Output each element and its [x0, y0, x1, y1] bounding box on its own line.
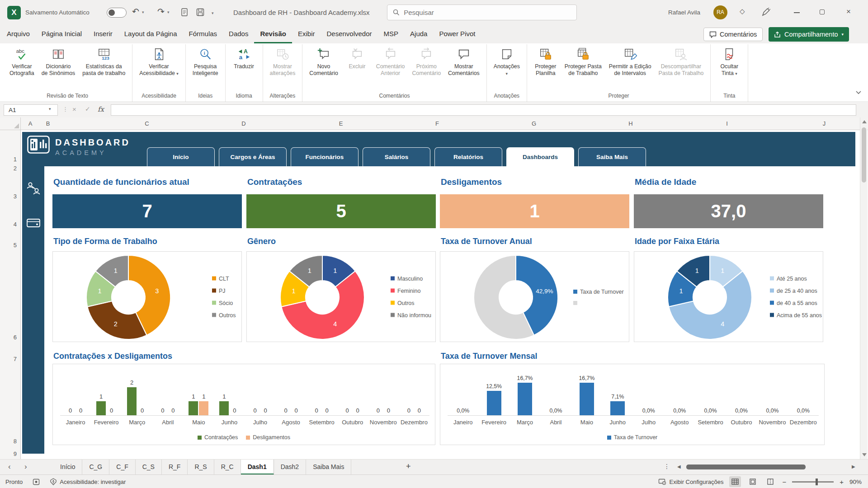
vertical-scrollbar[interactable]: [860, 117, 868, 459]
menu-tab-desenvolvedor[interactable]: Desenvolvedor: [321, 25, 377, 43]
column-header-B[interactable]: B: [46, 120, 50, 127]
sheet-tab-inicio[interactable]: Início: [53, 460, 82, 475]
scroll-down-icon[interactable]: [862, 453, 867, 456]
hscroll-right-icon[interactable]: ▶: [852, 464, 855, 469]
column-header-F[interactable]: F: [435, 120, 439, 127]
insert-function-icon[interactable]: fx: [98, 105, 104, 113]
row-header-5[interactable]: 5: [14, 242, 17, 249]
view-normal-button[interactable]: [729, 476, 741, 487]
sheet-tab-dash2[interactable]: Dash2: [274, 460, 306, 475]
formula-input[interactable]: [111, 104, 856, 116]
sheet-tab-c-g[interactable]: C_G: [82, 460, 109, 475]
display-settings-button[interactable]: Exibir Configurações: [658, 479, 723, 485]
macro-record-icon[interactable]: [33, 479, 40, 485]
redo-button[interactable]: ↷: [157, 6, 165, 17]
view-page-break-button[interactable]: [764, 476, 776, 487]
menu-tab-pagina-inicial[interactable]: Página Inicial: [36, 25, 88, 43]
formula-bar-handle[interactable]: ⋮: [62, 106, 68, 113]
comments-button[interactable]: Comentários: [703, 28, 763, 41]
horizontal-scroll-thumb[interactable]: [686, 465, 806, 469]
zoom-in-button[interactable]: +: [840, 478, 844, 486]
row-header-4[interactable]: 4: [14, 221, 17, 228]
employees-icon[interactable]: [26, 181, 41, 196]
autosave-toggle[interactable]: [107, 8, 127, 18]
accessibility-status[interactable]: Acessibilidade: investigar: [60, 479, 126, 485]
user-name[interactable]: Rafael Avila: [668, 9, 700, 16]
sheet-tab-r-c[interactable]: R_C: [214, 460, 241, 475]
qat-customize-caret-icon[interactable]: ▾: [212, 11, 214, 15]
ribbon-button-proteger-planilha[interactable]: ProtegerPlanilha: [531, 44, 561, 90]
column-headers[interactable]: ABCDEFGHIJ: [0, 117, 868, 130]
row-headers[interactable]: 123456789: [0, 130, 21, 459]
excel-app-icon[interactable]: X: [7, 6, 21, 19]
row-header-9[interactable]: 9: [14, 450, 17, 457]
column-header-H[interactable]: H: [628, 120, 632, 127]
sheet-tab-dash1[interactable]: Dash1: [241, 460, 274, 475]
ribbon-button-proteger-pasta-de-trabalho[interactable]: Proteger Pastade Trabalho: [561, 44, 605, 90]
row-header-2[interactable]: 2: [14, 165, 17, 172]
dash-nav-tab-saiba-mais[interactable]: Saiba Mais: [578, 147, 646, 166]
column-header-A[interactable]: A: [28, 120, 33, 127]
zoom-level[interactable]: 90%: [849, 479, 862, 485]
hscroll-left-icon[interactable]: ◀: [677, 464, 681, 469]
ribbon-button-traduzir[interactable]: Traduzir: [229, 44, 259, 90]
sheet-tab-r-s[interactable]: R_S: [188, 460, 214, 475]
dash-nav-tab-relatorios[interactable]: Relatórios: [434, 147, 502, 166]
menu-tab-layout-da-pagina[interactable]: Layout da Página: [118, 25, 183, 43]
zoom-out-button[interactable]: −: [782, 478, 786, 486]
column-header-D[interactable]: D: [241, 120, 245, 127]
dash-nav-tab-funcionarios[interactable]: Funcionários: [291, 147, 359, 166]
ribbon-button-estatisticas-da-pasta-de-trabalho[interactable]: Estatísticas dapasta de trabalho: [79, 44, 128, 90]
sheet-tab-c-f[interactable]: C_F: [109, 460, 135, 475]
sheet-tab-r-f[interactable]: R_F: [162, 460, 188, 475]
restore-button[interactable]: [820, 9, 825, 14]
salary-wallet-icon[interactable]: [26, 215, 41, 230]
menu-tab-revisao[interactable]: Revisão: [254, 25, 292, 43]
ribbon-button-verificar-acessibilidade[interactable]: VerificarAcessibilidade ▾: [136, 44, 182, 90]
column-header-G[interactable]: G: [532, 120, 536, 127]
menu-tab-exibir[interactable]: Exibir: [292, 25, 321, 43]
column-header-J[interactable]: J: [823, 120, 826, 127]
sheet-tab-c-s[interactable]: C_S: [136, 460, 162, 475]
name-box-caret-icon[interactable]: ▾: [49, 107, 51, 111]
dash-nav-tab-salarios[interactable]: Salários: [363, 147, 430, 166]
draw-pen-icon[interactable]: [761, 8, 770, 17]
ribbon-button-permitir-a-edicao-de-intervalos[interactable]: Permitir a Ediçãode Intervalos: [606, 44, 655, 90]
column-header-I[interactable]: I: [726, 120, 728, 127]
zoom-slider-thumb[interactable]: [816, 479, 818, 485]
sheet-tab-saiba-mais[interactable]: Saiba Mais: [306, 460, 351, 475]
sheet-next-icon[interactable]: ›: [24, 462, 27, 471]
accessibility-status-icon[interactable]: [50, 478, 57, 485]
menu-tab-msp[interactable]: MSP: [378, 25, 405, 43]
dash-nav-tab-inicio[interactable]: Início: [147, 147, 215, 166]
menu-tab-power-pivot[interactable]: Power Pivot: [433, 25, 481, 43]
ribbon-button-mostrar-comentarios[interactable]: MostrarComentários: [445, 44, 483, 90]
column-header-E[interactable]: E: [339, 120, 343, 127]
dash-nav-tab-cargos-e-areas[interactable]: Cargos e Áreas: [219, 147, 287, 166]
ribbon-button-anotacoes[interactable]: Anotações▾: [491, 44, 523, 90]
formula-cancel-icon[interactable]: ×: [72, 105, 76, 113]
formula-enter-icon[interactable]: ✓: [85, 105, 90, 113]
vertical-scroll-thumb[interactable]: [862, 127, 866, 183]
column-header-C[interactable]: C: [145, 120, 149, 127]
scroll-up-icon[interactable]: [862, 120, 867, 123]
row-header-7[interactable]: 7: [14, 356, 17, 362]
ribbon-button-ocultar-tinta[interactable]: OcultarTinta ▾: [714, 44, 744, 90]
ribbon-button-dicionario-de-sinonimos[interactable]: Dicionáriode Sinônimos: [38, 44, 79, 90]
premium-diamond-icon[interactable]: ◇: [740, 7, 745, 15]
row-header-8[interactable]: 8: [14, 438, 17, 445]
row-header-6[interactable]: 6: [14, 334, 17, 341]
undo-caret-icon[interactable]: ▾: [142, 10, 144, 14]
sheet-prev-icon[interactable]: ‹: [8, 462, 11, 471]
document-icon[interactable]: [181, 8, 189, 17]
search-box[interactable]: [387, 5, 577, 20]
view-page-layout-button[interactable]: [747, 476, 759, 487]
row-header-1[interactable]: 1: [14, 156, 17, 163]
dash-nav-tab-dashboards[interactable]: Dashboards: [506, 147, 574, 166]
menu-tab-formulas[interactable]: Fórmulas: [183, 25, 223, 43]
select-all-corner[interactable]: [0, 117, 21, 130]
add-sheet-button[interactable]: +: [406, 462, 411, 471]
ribbon-button-novo-comentario[interactable]: NovoComentário: [306, 44, 341, 90]
menu-tab-inserir[interactable]: Inserir: [88, 25, 118, 43]
menu-tab-ajuda[interactable]: Ajuda: [404, 25, 433, 43]
